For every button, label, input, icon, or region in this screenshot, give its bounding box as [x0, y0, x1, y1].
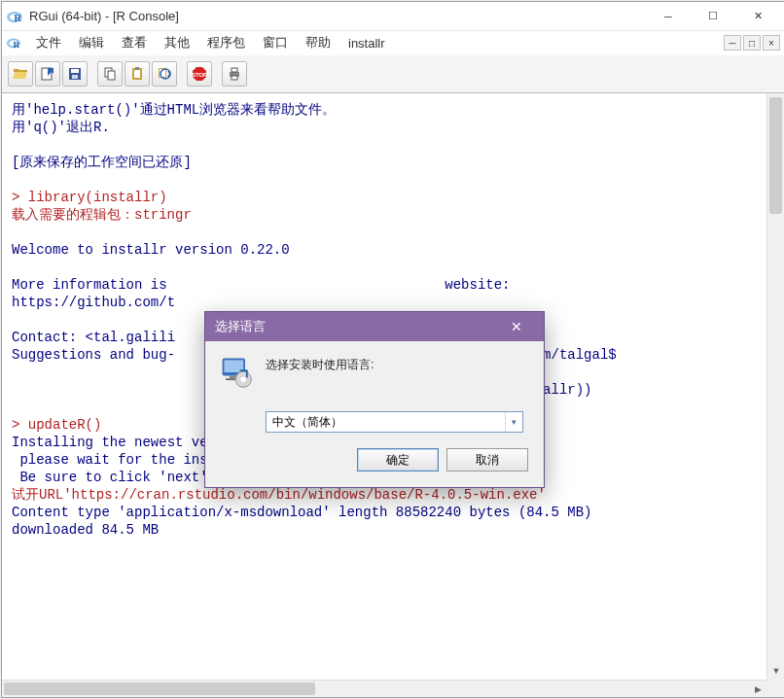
scroll-corner [766, 680, 784, 697]
menu-installr[interactable]: installr [339, 34, 394, 52]
minimize-button[interactable]: ─ [646, 3, 691, 30]
svg-rect-8 [71, 69, 79, 73]
svg-text:R: R [14, 13, 21, 23]
language-dialog: 选择语言 ✕ 选择安装时使用语言: 中文（简体） ▾ 确定 取消 [204, 311, 545, 488]
console-line [12, 136, 772, 154]
horizontal-scrollbar[interactable]: ◀ ▶ [2, 680, 766, 697]
dialog-close-button[interactable]: ✕ [499, 319, 534, 334]
vertical-scrollbar[interactable]: ▲ ▼ [766, 93, 784, 680]
svg-rect-11 [108, 71, 115, 80]
console-line: https://github.com/t [12, 294, 772, 311]
stop-button[interactable]: STOP [187, 61, 212, 87]
console-line: downloaded 84.5 MB [12, 521, 772, 539]
r-logo-small-icon: R [6, 35, 21, 51]
load-workspace-button[interactable] [35, 61, 60, 87]
menu-edit[interactable]: 编辑 [70, 32, 113, 53]
language-selected: 中文（简体） [267, 414, 505, 431]
save-button[interactable] [62, 61, 88, 87]
close-button[interactable]: ✕ [735, 3, 780, 30]
svg-text:STOP: STOP [192, 72, 207, 78]
chevron-down-icon[interactable]: ▾ [505, 412, 522, 432]
menu-help[interactable]: 帮助 [297, 32, 339, 53]
console-line: 用'help.start()'通过HTML浏览器来看帮助文件。 [12, 101, 772, 119]
console-line: More information is website: [12, 276, 772, 294]
console-line: 载入需要的程辑包：stringr [12, 206, 772, 224]
mdi-minimize-button[interactable]: ─ [724, 35, 741, 51]
menu-windows[interactable]: 窗口 [254, 32, 297, 53]
menu-view[interactable]: 查看 [113, 32, 156, 53]
scroll-right-button[interactable]: ▶ [749, 681, 766, 697]
svg-point-27 [241, 377, 246, 382]
mdi-close-button[interactable]: × [763, 35, 780, 51]
svg-rect-21 [232, 76, 237, 80]
svg-rect-20 [232, 68, 237, 72]
installer-icon [219, 355, 254, 390]
svg-rect-9 [72, 75, 78, 79]
dialog-title: 选择语言 [215, 318, 266, 335]
svg-text:R: R [14, 40, 20, 50]
console-line: 试开URL'https://cran.rstudio.com/bin/windo… [12, 486, 772, 504]
console-line [12, 224, 772, 241]
console-line [12, 539, 772, 556]
horizontal-scroll-thumb[interactable] [4, 682, 315, 695]
menu-file[interactable]: 文件 [27, 32, 70, 53]
copy-paste-button[interactable] [152, 61, 177, 87]
mdi-restore-button[interactable]: □ [743, 35, 761, 51]
console-line [12, 259, 772, 276]
console-line [12, 171, 772, 189]
svg-rect-14 [135, 67, 139, 70]
titlebar: R RGui (64-bit) - [R Console] ─ ☐ ✕ [2, 2, 784, 31]
cancel-button[interactable]: 取消 [446, 448, 528, 472]
r-logo-icon: R [6, 8, 23, 25]
console-line: Welcome to installr version 0.22.0 [12, 241, 772, 259]
console-line: Content type 'application/x-msdownload' … [12, 504, 772, 521]
menubar: R 文件 编辑 查看 其他 程序包 窗口 帮助 installr ─ □ × [2, 31, 784, 54]
open-button[interactable] [8, 61, 33, 87]
dialog-label: 选择安装时使用语言: [266, 357, 374, 373]
svg-rect-13 [134, 70, 140, 78]
paste-button[interactable] [125, 61, 150, 87]
maximize-button[interactable]: ☐ [691, 3, 735, 30]
copy-button[interactable] [97, 61, 123, 87]
console-line: > library(installr) [12, 189, 772, 206]
window-title: RGui (64-bit) - [R Console] [29, 9, 646, 23]
language-combobox[interactable]: 中文（简体） ▾ [266, 411, 523, 433]
toolbar: STOP [2, 54, 784, 93]
print-button[interactable] [222, 61, 247, 87]
scroll-down-button[interactable]: ▼ [767, 662, 784, 680]
menu-misc[interactable]: 其他 [156, 32, 198, 53]
console-line: [原来保存的工作空间已还原] [12, 154, 772, 171]
console-line: 用'q()'退出R. [12, 119, 772, 136]
vertical-scroll-thumb[interactable] [769, 97, 782, 214]
menu-packages[interactable]: 程序包 [198, 32, 254, 53]
ok-button[interactable]: 确定 [357, 448, 439, 472]
dialog-titlebar[interactable]: 选择语言 ✕ [205, 312, 544, 341]
